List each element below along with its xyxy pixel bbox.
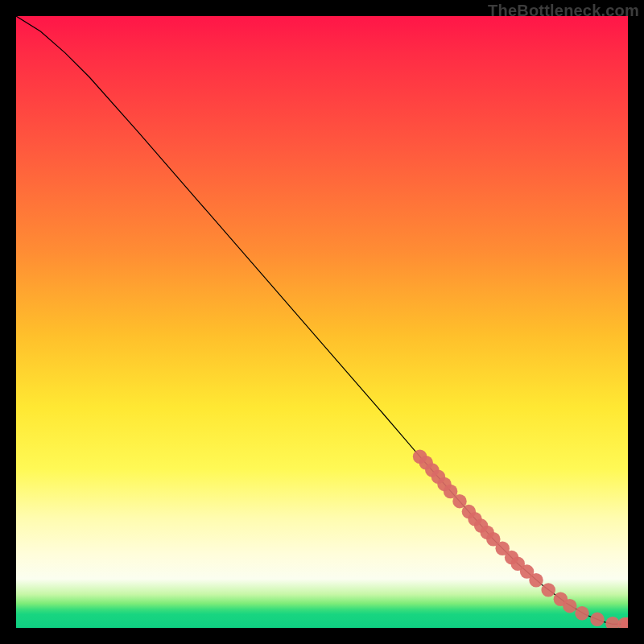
data-marker (605, 617, 619, 628)
chart-stage: TheBottleneck.com (0, 0, 644, 644)
curve-svg (16, 16, 628, 628)
plot-area (16, 16, 628, 628)
data-marker (590, 613, 604, 626)
data-marker (575, 606, 588, 620)
data-marker (541, 583, 555, 597)
data-marker (529, 573, 543, 587)
bottleneck-curve (16, 16, 628, 624)
data-markers (413, 449, 628, 628)
data-marker (563, 599, 576, 613)
